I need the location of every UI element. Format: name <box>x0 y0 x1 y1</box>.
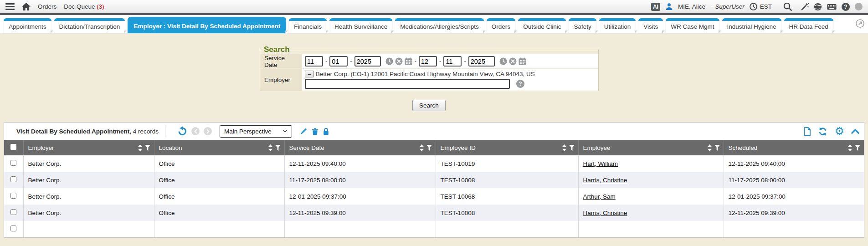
employer-remove-button[interactable]: – <box>305 71 314 77</box>
from-time-icon[interactable] <box>385 57 393 65</box>
select-all-checkbox[interactable] <box>10 144 16 150</box>
timezone-label: EST <box>760 3 772 10</box>
cell-scheduled: 12-11-2025 09:40:00 <box>724 155 864 172</box>
tab-visits[interactable]: Visits <box>638 18 663 33</box>
employee-link[interactable]: Hart, William <box>583 160 618 167</box>
to-day-input[interactable] <box>443 56 462 67</box>
table-row: Better Corp. Office 11-17-2025 08:00:00 … <box>4 172 864 188</box>
user-role: - SuperUser <box>711 3 745 10</box>
date-range-separator: - <box>415 58 416 65</box>
ai-badge[interactable]: AI <box>651 3 660 11</box>
filter-icon[interactable] <box>714 145 720 151</box>
cell-employee-id: TEST-10008 <box>436 205 578 221</box>
next-page-icon[interactable] <box>204 127 212 135</box>
sort-icon[interactable] <box>268 144 272 151</box>
tab-wr-case-mgmt[interactable]: WR Case Mgmt <box>666 18 719 33</box>
visit-detail-table: Employer Location Service Date <box>4 140 864 237</box>
column-header-scheduled: Scheduled <box>729 144 848 151</box>
employer-help-icon[interactable]: ? <box>516 80 524 88</box>
sort-icon[interactable] <box>708 144 712 151</box>
employer-selected-value: Better Corp. (EO-1) 12001 Pacific Coast … <box>316 71 535 77</box>
from-calendar-icon[interactable] <box>405 57 412 65</box>
row-checkbox[interactable] <box>10 209 16 215</box>
employee-link[interactable]: Harris, Christine <box>583 210 627 216</box>
doc-queue-link[interactable]: Doc Queue (3) <box>64 3 104 10</box>
magic-wand-icon[interactable] <box>801 3 809 11</box>
chevron-down-icon <box>282 130 288 133</box>
to-time-icon[interactable] <box>499 57 507 65</box>
settings-gear-icon[interactable]: ⚙ <box>834 127 844 136</box>
tab-utilization[interactable]: Utilization <box>599 18 636 33</box>
tab-hr-data-feed[interactable]: HR Data Feed <box>784 18 833 33</box>
tab-health-surveillance[interactable]: Health Surveillance <box>329 18 392 33</box>
user-name[interactable]: MIE, Alice <box>678 3 705 10</box>
employee-link[interactable]: Arthur, Sam <box>583 193 616 200</box>
row-checkbox[interactable] <box>10 160 16 166</box>
tab-outside-clinic[interactable]: Outside Clinic <box>518 18 566 33</box>
hamburger-menu-icon[interactable] <box>5 3 15 10</box>
tab-appointments[interactable]: Appointments <box>4 18 51 33</box>
sort-icon[interactable] <box>138 144 142 151</box>
to-month-input[interactable] <box>419 56 437 67</box>
sort-icon[interactable] <box>848 144 852 151</box>
tab-industrial-hygiene[interactable]: Industrial Hygiene <box>722 18 781 33</box>
employee-link[interactable]: Harris, Christine <box>583 177 627 184</box>
filter-icon[interactable] <box>426 145 432 151</box>
to-year-input[interactable] <box>468 56 495 67</box>
tab-medications-allergies-scripts[interactable]: Medications/Allergies/Scripts <box>395 18 484 33</box>
refresh-icon[interactable] <box>818 127 827 136</box>
top-bar: Orders Doc Queue (3) AI MIE, Alice - Sup… <box>0 0 868 15</box>
search-legend: Search <box>262 45 292 54</box>
column-header-employer: Employer <box>28 144 138 151</box>
to-clear-icon[interactable] <box>509 57 517 65</box>
filter-icon[interactable] <box>855 145 860 151</box>
cell-service-date: 12-11-2025 09:40:00 <box>284 155 436 172</box>
from-year-input[interactable] <box>354 56 381 67</box>
clock-icon[interactable] <box>750 3 757 10</box>
undo-icon[interactable] <box>177 126 187 136</box>
home-icon[interactable] <box>22 3 31 10</box>
tab-employer-visit-detail[interactable]: Employer : Visit Detail By Scheduled App… <box>128 17 286 33</box>
grid-record-count: 4 records <box>133 128 159 135</box>
from-day-input[interactable] <box>329 56 348 67</box>
new-document-icon[interactable] <box>804 127 811 136</box>
from-clear-icon[interactable] <box>395 57 403 65</box>
cell-employer: Better Corp. <box>23 155 154 172</box>
visit-detail-grid-panel: Visit Detail By Scheduled Appointment, 4… <box>4 122 864 238</box>
prev-page-icon[interactable] <box>191 127 200 135</box>
row-checkbox[interactable] <box>10 193 16 199</box>
sort-icon[interactable] <box>420 144 424 151</box>
to-calendar-icon[interactable] <box>519 57 526 65</box>
search-icon[interactable] <box>783 2 792 11</box>
employer-search-input[interactable] <box>305 79 510 89</box>
column-header-employee-id: Employee ID <box>441 144 562 151</box>
help-icon[interactable]: ? <box>842 3 850 11</box>
search-button[interactable]: Search <box>412 100 446 111</box>
globe-icon[interactable] <box>814 3 822 11</box>
collapse-panel-icon[interactable] <box>851 129 859 134</box>
filter-icon[interactable] <box>569 145 575 151</box>
tab-orders[interactable]: Orders <box>487 18 515 33</box>
sort-icon[interactable] <box>562 144 566 151</box>
filter-icon[interactable] <box>145 145 150 151</box>
cell-service-date: 11-17-2025 08:00:00 <box>284 172 436 188</box>
delete-perspective-icon[interactable] <box>312 128 318 135</box>
column-header-location: Location <box>159 144 268 151</box>
tab-financials[interactable]: Financials <box>289 18 327 33</box>
tab-dictation-transcription[interactable]: Dictation/Transcription <box>54 18 125 33</box>
edit-perspective-icon[interactable] <box>300 128 308 135</box>
keyboard-icon[interactable] <box>827 4 837 10</box>
orders-link[interactable]: Orders <box>38 3 56 10</box>
cell-service-date: 12-11-2025 09:39:00 <box>284 205 436 221</box>
table-row: Better Corp. Office 12-01-2025 09:37:00 … <box>4 188 864 205</box>
row-checkbox[interactable] <box>10 176 16 182</box>
lock-icon[interactable] <box>323 128 329 135</box>
perspective-select[interactable]: Main Perspective <box>220 125 292 138</box>
user-icon[interactable] <box>665 3 673 10</box>
filter-icon[interactable] <box>275 145 281 151</box>
tab-overflow-icon[interactable] <box>856 19 864 30</box>
cell-scheduled: 12-01-2025 09:37:00 <box>724 188 864 205</box>
footer-select-checkbox[interactable] <box>10 226 16 231</box>
from-month-input[interactable] <box>305 56 323 67</box>
tab-safety[interactable]: Safety <box>569 18 596 33</box>
